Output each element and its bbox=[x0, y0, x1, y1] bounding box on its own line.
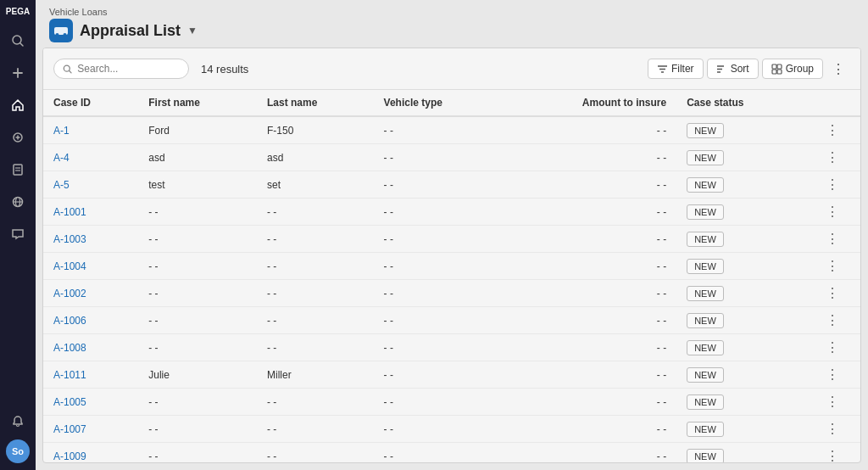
cell-vehicle-type: - - bbox=[374, 280, 504, 307]
cell-case-id: A-1 bbox=[43, 116, 138, 144]
sort-button[interactable]: Sort bbox=[707, 59, 759, 79]
sidebar-item-network[interactable] bbox=[3, 187, 32, 216]
sort-icon bbox=[716, 64, 727, 75]
filter-icon bbox=[657, 64, 668, 75]
cell-vehicle-type: - - bbox=[374, 253, 504, 280]
case-id-link[interactable]: A-1004 bbox=[53, 260, 86, 272]
row-menu-button[interactable]: ⋮ bbox=[815, 312, 850, 328]
col-header-first-name: First name bbox=[138, 90, 257, 116]
row-menu-button[interactable]: ⋮ bbox=[815, 122, 850, 138]
sidebar-item-docs[interactable] bbox=[3, 155, 32, 184]
row-menu-button[interactable]: ⋮ bbox=[815, 366, 850, 383]
row-menu-button[interactable]: ⋮ bbox=[815, 176, 850, 193]
page-title: Appraisal List bbox=[80, 22, 181, 40]
row-menu-button[interactable]: ⋮ bbox=[815, 285, 850, 301]
cell-case-id: A-1004 bbox=[43, 253, 138, 280]
row-menu-button[interactable]: ⋮ bbox=[815, 421, 850, 437]
cell-case-status: NEW bbox=[676, 389, 804, 416]
row-menu-button[interactable]: ⋮ bbox=[815, 394, 850, 410]
cell-first-name: - - bbox=[138, 280, 257, 307]
sidebar-item-add[interactable] bbox=[3, 59, 32, 87]
case-id-link[interactable]: A-1008 bbox=[53, 342, 86, 354]
group-button[interactable]: Group bbox=[762, 59, 823, 79]
sidebar-item-bell[interactable] bbox=[3, 407, 32, 436]
cell-row-menu: ⋮ bbox=[804, 226, 860, 253]
case-id-link[interactable]: A-1002 bbox=[53, 288, 86, 299]
group-icon bbox=[771, 64, 782, 75]
svg-line-1 bbox=[20, 43, 23, 46]
cell-last-name: - - bbox=[257, 389, 374, 416]
case-id-link[interactable]: A-1006 bbox=[53, 315, 86, 327]
table-row: A-1011 Julie Miller - - - - NEW ⋮ bbox=[43, 361, 860, 389]
cell-last-name: - - bbox=[257, 199, 374, 226]
search-box[interactable] bbox=[53, 59, 189, 79]
more-options-button[interactable]: ⋮ bbox=[826, 57, 850, 81]
status-badge: NEW bbox=[687, 150, 724, 165]
cell-amount: - - bbox=[504, 199, 677, 226]
case-id-link[interactable]: A-1003 bbox=[53, 233, 86, 245]
cell-case-status: NEW bbox=[676, 253, 804, 280]
cell-amount: - - bbox=[504, 253, 677, 280]
cell-first-name: asd bbox=[138, 144, 257, 171]
cell-last-name: Miller bbox=[257, 361, 374, 389]
table-row: A-1008 - - - - - - - - NEW ⋮ bbox=[43, 334, 860, 361]
case-id-link[interactable]: A-1007 bbox=[53, 423, 86, 435]
case-id-link[interactable]: A-1011 bbox=[53, 369, 86, 381]
cell-case-id: A-4 bbox=[43, 144, 138, 171]
status-badge: NEW bbox=[687, 259, 724, 274]
cell-first-name: - - bbox=[138, 226, 257, 253]
svg-rect-25 bbox=[777, 64, 782, 69]
cell-first-name: Julie bbox=[138, 361, 257, 389]
row-menu-button[interactable]: ⋮ bbox=[815, 258, 850, 274]
cell-row-menu: ⋮ bbox=[804, 416, 860, 443]
cell-amount: - - bbox=[504, 144, 677, 171]
row-menu-button[interactable]: ⋮ bbox=[815, 448, 850, 462]
sidebar-item-chat[interactable] bbox=[3, 220, 32, 249]
case-id-link[interactable]: A-1005 bbox=[53, 396, 86, 408]
cell-amount: - - bbox=[504, 389, 677, 416]
cell-amount: - - bbox=[504, 280, 677, 307]
sidebar: PEGA bbox=[0, 0, 36, 470]
title-dropdown-arrow[interactable]: ▼ bbox=[187, 25, 198, 36]
avatar[interactable]: So bbox=[6, 439, 30, 463]
cell-amount: - - bbox=[504, 116, 677, 144]
sidebar-item-search[interactable] bbox=[3, 26, 32, 55]
svg-line-17 bbox=[69, 70, 71, 73]
case-id-link[interactable]: A-4 bbox=[53, 152, 70, 164]
case-id-link[interactable]: A-1 bbox=[53, 125, 70, 137]
cell-last-name: - - bbox=[257, 307, 374, 334]
col-header-vehicle-type: Vehicle type bbox=[374, 90, 504, 116]
case-id-link[interactable]: A-5 bbox=[53, 179, 70, 191]
sidebar-item-home[interactable] bbox=[3, 91, 32, 120]
page-title-row: Appraisal List ▼ bbox=[49, 19, 854, 42]
cell-case-status: NEW bbox=[676, 226, 804, 253]
cell-last-name: asd bbox=[257, 144, 374, 171]
row-menu-button[interactable]: ⋮ bbox=[815, 231, 850, 247]
cell-vehicle-type: - - bbox=[374, 199, 504, 226]
row-menu-button[interactable]: ⋮ bbox=[815, 204, 850, 220]
status-badge: NEW bbox=[687, 367, 724, 383]
cell-amount: - - bbox=[504, 171, 677, 199]
row-menu-button[interactable]: ⋮ bbox=[815, 149, 850, 165]
svg-rect-26 bbox=[772, 70, 776, 74]
case-id-link[interactable]: A-1009 bbox=[53, 450, 86, 462]
case-id-link[interactable]: A-1001 bbox=[53, 206, 86, 218]
status-badge: NEW bbox=[687, 422, 724, 437]
cell-first-name: - - bbox=[138, 443, 257, 463]
status-badge: NEW bbox=[687, 286, 724, 301]
cell-row-menu: ⋮ bbox=[804, 361, 860, 389]
table-row: A-1002 - - - - - - - - NEW ⋮ bbox=[43, 280, 860, 307]
cell-row-menu: ⋮ bbox=[804, 144, 860, 171]
cell-row-menu: ⋮ bbox=[804, 389, 860, 416]
app-icon bbox=[49, 19, 73, 42]
sidebar-bottom: So bbox=[3, 407, 32, 463]
filter-button[interactable]: Filter bbox=[648, 59, 704, 79]
cell-row-menu: ⋮ bbox=[804, 116, 860, 144]
cell-first-name: test bbox=[138, 171, 257, 199]
sidebar-item-list[interactable] bbox=[3, 123, 32, 152]
cell-case-id: A-1011 bbox=[43, 361, 138, 389]
table-row: A-1006 - - - - - - - - NEW ⋮ bbox=[43, 307, 860, 334]
row-menu-button[interactable]: ⋮ bbox=[815, 339, 850, 355]
search-input[interactable] bbox=[77, 63, 180, 75]
cell-case-status: NEW bbox=[676, 199, 804, 226]
